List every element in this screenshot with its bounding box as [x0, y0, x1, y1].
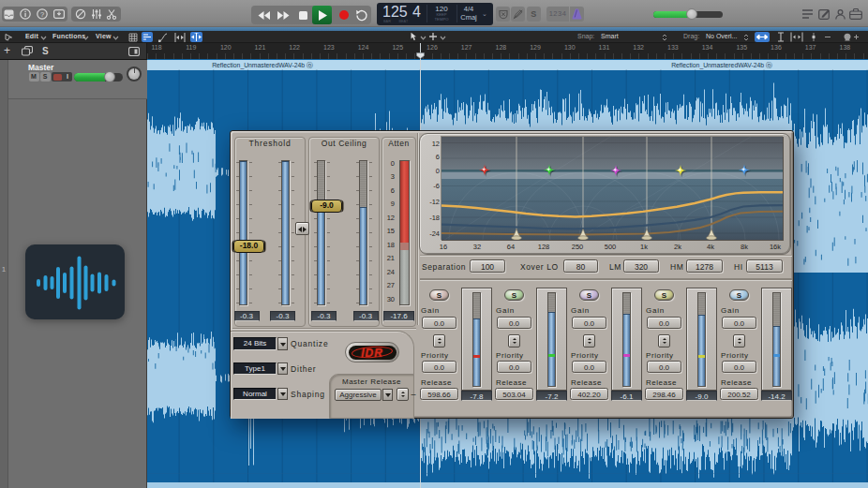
svg-text:?: ?: [40, 10, 44, 19]
